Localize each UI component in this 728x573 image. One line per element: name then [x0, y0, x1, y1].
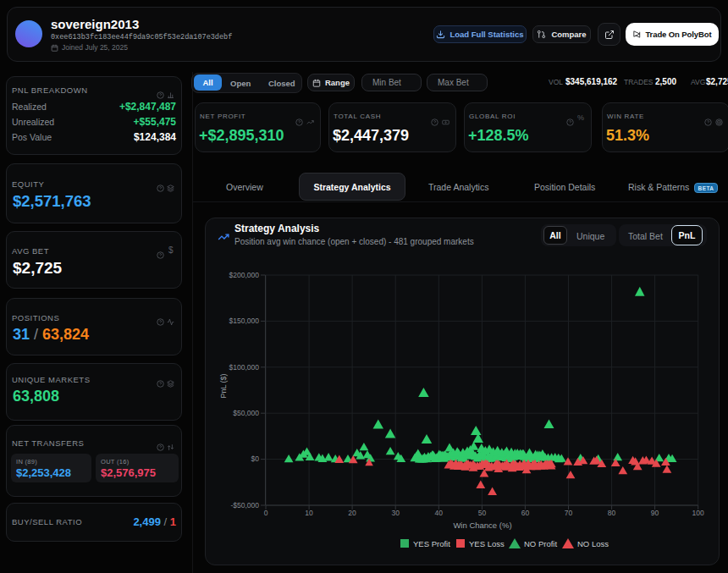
svg-text:$150,000: $150,000 — [229, 317, 260, 325]
svg-text:$50,000: $50,000 — [233, 409, 259, 417]
svg-text:30: 30 — [391, 509, 400, 517]
svg-text:PnL ($): PnL ($) — [219, 373, 228, 398]
svg-text:$100,000: $100,000 — [229, 363, 260, 372]
svg-text:90: 90 — [651, 509, 659, 517]
svg-text:10: 10 — [305, 509, 313, 517]
svg-text:$0: $0 — [251, 455, 260, 463]
svg-text:20: 20 — [348, 509, 356, 517]
svg-text:Win Chance (%): Win Chance (%) — [453, 521, 511, 530]
svg-text:80: 80 — [608, 509, 616, 517]
svg-text:YES Profit: YES Profit — [413, 539, 450, 548]
svg-text:0: 0 — [264, 509, 268, 517]
svg-text:-$50,000: -$50,000 — [230, 501, 259, 510]
svg-text:70: 70 — [565, 509, 573, 517]
svg-text:60: 60 — [521, 509, 530, 517]
svg-text:50: 50 — [478, 509, 487, 517]
svg-text:40: 40 — [435, 509, 444, 517]
svg-text:$200,000: $200,000 — [229, 271, 260, 279]
svg-text:100: 100 — [692, 509, 704, 517]
svg-text:NO Profit: NO Profit — [524, 539, 557, 548]
svg-text:YES Loss: YES Loss — [469, 539, 505, 548]
svg-text:NO Loss: NO Loss — [577, 539, 609, 548]
